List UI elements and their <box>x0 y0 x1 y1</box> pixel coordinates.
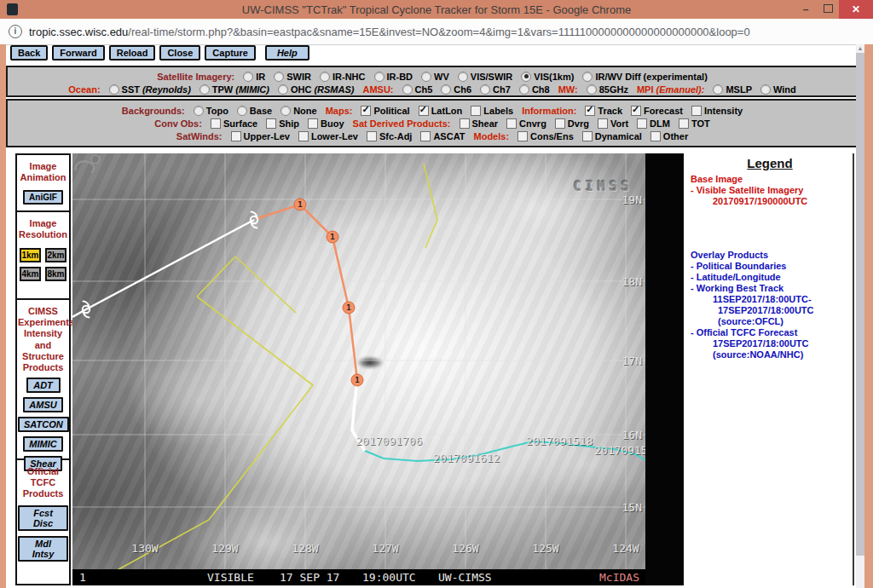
checkbox-icon[interactable] <box>471 106 481 116</box>
option-ch6[interactable]: Ch6 <box>441 84 471 95</box>
option-base[interactable]: Base <box>237 106 272 116</box>
url-text[interactable]: tropic.ssec.wisc.edu/real-time/storm.php… <box>29 26 750 38</box>
option-tpw[interactable]: TPW(MIMIC) <box>199 84 269 95</box>
option-forecast[interactable]: Forecast <box>631 106 683 116</box>
maximize-button[interactable] <box>817 0 839 19</box>
option-lower-lev[interactable]: Lower-Lev <box>298 131 358 141</box>
option-vis-1km[interactable]: VIS(1km) <box>521 72 574 82</box>
option-ir-bd[interactable]: IR-BD <box>374 72 413 82</box>
checkbox-icon[interactable] <box>637 118 647 129</box>
option-surface[interactable]: Surface <box>211 118 257 129</box>
option-mslp[interactable]: MSLP <box>713 84 752 95</box>
option-buoy[interactable]: Buoy <box>308 118 344 129</box>
option-ch7[interactable]: Ch7 <box>480 84 511 95</box>
option-wv[interactable]: WV <box>421 72 449 82</box>
checkbox-checked-icon[interactable] <box>631 106 641 116</box>
option-ch5[interactable]: Ch5 <box>402 84 433 95</box>
anigif-button[interactable]: AniGIF <box>23 190 63 205</box>
checkbox-checked-icon[interactable] <box>419 106 429 116</box>
option-cons-ens[interactable]: Cons/Ens <box>517 131 574 141</box>
option-swir[interactable]: SWIR <box>274 72 311 82</box>
scrollbar-up-icon[interactable]: ▲ <box>856 44 864 53</box>
option-track[interactable]: Track <box>585 106 622 116</box>
adt-button[interactable]: ADT <box>26 378 61 393</box>
option-cnvrg[interactable]: Cnvrg <box>506 118 546 129</box>
resolution-2km-button[interactable]: 2km <box>45 248 66 262</box>
checkbox-checked-icon[interactable] <box>585 106 595 116</box>
option-ch8[interactable]: Ch8 <box>519 84 550 95</box>
close-button[interactable]: ✕ <box>839 0 873 19</box>
option-85ghz[interactable]: 85GHz <box>587 84 628 95</box>
fcst-disc-button[interactable]: Fcst Disc <box>18 505 68 531</box>
checkbox-icon[interactable] <box>650 131 661 141</box>
checkbox-icon[interactable] <box>460 118 470 129</box>
forward-button[interactable]: Forward <box>52 45 104 61</box>
option-ship[interactable]: Ship <box>266 118 299 129</box>
option-upper-lev[interactable]: Upper-Lev <box>231 131 290 141</box>
checkbox-icon[interactable] <box>582 131 593 141</box>
resolution-8km-button[interactable]: 8km <box>45 267 66 281</box>
radio-icon[interactable] <box>274 72 284 82</box>
option-shear[interactable]: Shear <box>460 118 499 129</box>
radio-icon[interactable] <box>402 84 413 95</box>
option-topo[interactable]: Topo <box>194 106 228 116</box>
checkbox-icon[interactable] <box>691 106 702 116</box>
checkbox-icon[interactable] <box>679 118 689 129</box>
radio-icon[interactable] <box>320 72 330 82</box>
radio-icon-selected[interactable] <box>521 72 531 82</box>
radio-icon[interactable] <box>374 72 384 82</box>
option-ir[interactable]: IR <box>243 72 265 82</box>
radio-icon[interactable] <box>480 84 490 95</box>
amsu-button[interactable]: AMSU <box>23 397 62 412</box>
option-sst[interactable]: SST(Reynolds) <box>109 84 191 95</box>
checkbox-icon[interactable] <box>211 118 221 129</box>
url-bar[interactable]: i tropic.ssec.wisc.edu/real-time/storm.p… <box>0 19 873 45</box>
scrollbar-thumb[interactable] <box>856 53 864 556</box>
reload-button[interactable]: Reload <box>109 45 156 61</box>
scrollbar[interactable]: ▲ <box>856 44 864 588</box>
option-dvrg[interactable]: Dvrg <box>555 118 589 129</box>
checkbox-icon[interactable] <box>367 131 377 141</box>
resolution-4km-button[interactable]: 4km <box>20 267 41 281</box>
checkbox-icon[interactable] <box>517 131 528 141</box>
minimize-button[interactable]: – <box>795 0 817 19</box>
option-tot[interactable]: TOT <box>679 118 710 129</box>
radio-icon[interactable] <box>458 72 468 82</box>
radio-icon[interactable] <box>237 106 247 116</box>
option-sfc-adj[interactable]: Sfc-Adj <box>367 131 413 141</box>
option-vort[interactable]: Vort <box>598 118 628 129</box>
option-none[interactable]: None <box>280 106 317 116</box>
checkbox-icon[interactable] <box>555 118 565 129</box>
checkbox-icon[interactable] <box>231 131 241 141</box>
option-political[interactable]: Political <box>361 106 409 116</box>
option-ir-nhc[interactable]: IR-NHC <box>320 72 366 82</box>
radio-icon[interactable] <box>109 84 119 95</box>
radio-icon[interactable] <box>582 72 593 82</box>
satellite-map[interactable]: 1 1 1 1 19N 18N 17N 16N 15N 130W 129W 12… <box>72 153 645 585</box>
checkbox-icon[interactable] <box>598 118 608 129</box>
option-labels[interactable]: Labels <box>471 106 513 116</box>
option-dlm[interactable]: DLM <box>637 118 670 129</box>
radio-icon[interactable] <box>760 84 771 95</box>
option-dynamical[interactable]: Dynamical <box>582 131 642 141</box>
option-latlon[interactable]: LatLon <box>419 106 463 116</box>
radio-icon[interactable] <box>441 84 451 95</box>
radio-icon[interactable] <box>278 84 288 95</box>
checkbox-checked-icon[interactable] <box>361 106 371 116</box>
checkbox-icon[interactable] <box>420 131 431 141</box>
radio-icon[interactable] <box>713 84 723 95</box>
checkbox-icon[interactable] <box>506 118 517 129</box>
radio-icon[interactable] <box>421 72 431 82</box>
radio-icon[interactable] <box>194 106 204 116</box>
radio-icon[interactable] <box>280 106 291 116</box>
page-info-icon[interactable]: i <box>9 25 22 38</box>
option-vis-swir[interactable]: VIS/SWIR <box>458 72 513 82</box>
checkbox-icon[interactable] <box>308 118 318 129</box>
option-other[interactable]: Other <box>650 131 688 141</box>
resolution-1km-button[interactable]: 1km <box>20 248 41 262</box>
close-page-button[interactable]: Close <box>159 45 200 61</box>
back-button[interactable]: Back <box>10 45 48 61</box>
option-intensity[interactable]: Intensity <box>691 106 743 116</box>
option-irwv-diff[interactable]: IR/WV Diff (experimental) <box>582 72 707 82</box>
radio-icon[interactable] <box>199 84 210 95</box>
